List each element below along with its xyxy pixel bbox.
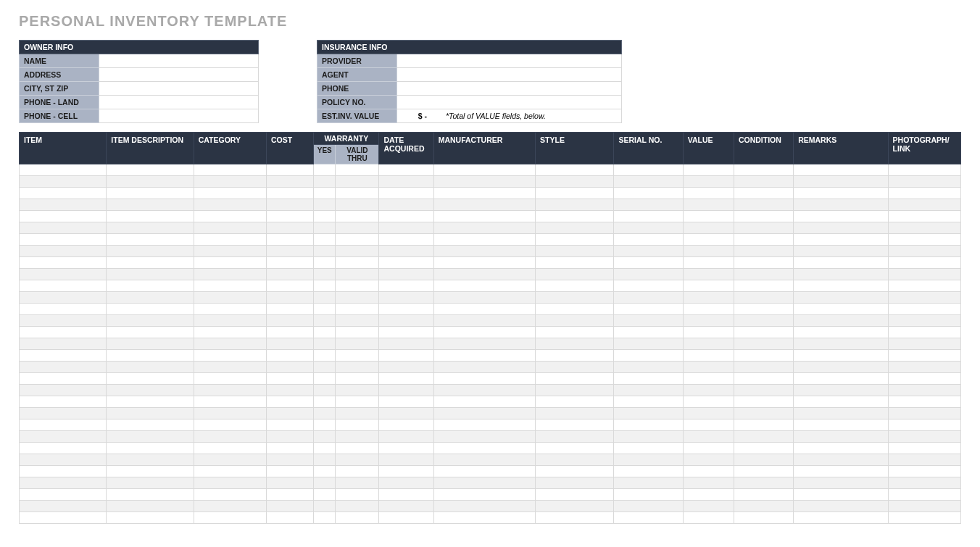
table-cell[interactable] bbox=[536, 501, 614, 512]
table-cell[interactable] bbox=[314, 512, 336, 524]
table-cell[interactable] bbox=[267, 164, 314, 176]
table-cell[interactable] bbox=[536, 176, 614, 188]
table-cell[interactable] bbox=[194, 269, 266, 280]
table-cell[interactable] bbox=[267, 188, 314, 199]
owner-info-value[interactable] bbox=[99, 68, 259, 82]
table-cell[interactable] bbox=[379, 164, 433, 176]
table-cell[interactable] bbox=[734, 408, 793, 419]
table-cell[interactable] bbox=[683, 396, 734, 408]
table-cell[interactable] bbox=[536, 443, 614, 454]
table-cell[interactable] bbox=[433, 327, 535, 338]
table-cell[interactable] bbox=[379, 419, 433, 431]
table-cell[interactable] bbox=[433, 176, 535, 188]
table-cell[interactable] bbox=[379, 246, 433, 257]
table-cell[interactable] bbox=[20, 362, 107, 373]
table-cell[interactable] bbox=[267, 234, 314, 246]
table-cell[interactable] bbox=[194, 234, 266, 246]
table-cell[interactable] bbox=[314, 489, 336, 501]
table-cell[interactable] bbox=[536, 315, 614, 327]
table-cell[interactable] bbox=[536, 188, 614, 199]
table-cell[interactable] bbox=[536, 408, 614, 419]
table-cell[interactable] bbox=[888, 257, 960, 269]
table-cell[interactable] bbox=[379, 234, 433, 246]
table-cell[interactable] bbox=[433, 362, 535, 373]
table-cell[interactable] bbox=[683, 419, 734, 431]
table-cell[interactable] bbox=[794, 222, 888, 234]
table-cell[interactable] bbox=[734, 176, 793, 188]
table-cell[interactable] bbox=[379, 188, 433, 199]
table-cell[interactable] bbox=[20, 350, 107, 362]
table-cell[interactable] bbox=[536, 292, 614, 304]
table-cell[interactable] bbox=[536, 269, 614, 280]
table-cell[interactable] bbox=[734, 292, 793, 304]
table-cell[interactable] bbox=[194, 408, 266, 419]
table-cell[interactable] bbox=[614, 327, 683, 338]
table-cell[interactable] bbox=[614, 257, 683, 269]
table-cell[interactable] bbox=[107, 176, 194, 188]
table-cell[interactable] bbox=[683, 176, 734, 188]
table-cell[interactable] bbox=[433, 408, 535, 419]
table-cell[interactable] bbox=[734, 373, 793, 385]
table-cell[interactable] bbox=[107, 477, 194, 489]
table-cell[interactable] bbox=[734, 443, 793, 454]
table-cell[interactable] bbox=[20, 396, 107, 408]
table-cell[interactable] bbox=[433, 280, 535, 292]
table-cell[interactable] bbox=[20, 373, 107, 385]
table-cell[interactable] bbox=[314, 396, 336, 408]
table-cell[interactable] bbox=[336, 327, 379, 338]
table-cell[interactable] bbox=[107, 246, 194, 257]
table-cell[interactable] bbox=[794, 385, 888, 396]
table-cell[interactable] bbox=[314, 373, 336, 385]
table-cell[interactable] bbox=[614, 164, 683, 176]
table-cell[interactable] bbox=[888, 176, 960, 188]
table-cell[interactable] bbox=[683, 501, 734, 512]
table-cell[interactable] bbox=[20, 454, 107, 466]
table-cell[interactable] bbox=[433, 489, 535, 501]
table-cell[interactable] bbox=[336, 164, 379, 176]
table-cell[interactable] bbox=[194, 419, 266, 431]
table-cell[interactable] bbox=[267, 222, 314, 234]
table-cell[interactable] bbox=[379, 280, 433, 292]
table-cell[interactable] bbox=[683, 222, 734, 234]
table-cell[interactable] bbox=[683, 373, 734, 385]
table-cell[interactable] bbox=[794, 373, 888, 385]
table-cell[interactable] bbox=[267, 396, 314, 408]
table-cell[interactable] bbox=[683, 512, 734, 524]
table-cell[interactable] bbox=[794, 246, 888, 257]
table-cell[interactable] bbox=[683, 350, 734, 362]
table-cell[interactable] bbox=[267, 199, 314, 211]
table-cell[interactable] bbox=[888, 338, 960, 350]
table-cell[interactable] bbox=[107, 443, 194, 454]
table-cell[interactable] bbox=[734, 350, 793, 362]
table-cell[interactable] bbox=[614, 373, 683, 385]
table-cell[interactable] bbox=[888, 477, 960, 489]
table-cell[interactable] bbox=[614, 477, 683, 489]
table-cell[interactable] bbox=[194, 280, 266, 292]
table-cell[interactable] bbox=[314, 176, 336, 188]
table-cell[interactable] bbox=[536, 246, 614, 257]
table-cell[interactable] bbox=[107, 315, 194, 327]
table-cell[interactable] bbox=[734, 477, 793, 489]
table-cell[interactable] bbox=[433, 443, 535, 454]
table-cell[interactable] bbox=[379, 338, 433, 350]
table-cell[interactable] bbox=[379, 477, 433, 489]
table-cell[interactable] bbox=[734, 327, 793, 338]
table-cell[interactable] bbox=[683, 246, 734, 257]
table-cell[interactable] bbox=[794, 396, 888, 408]
table-cell[interactable] bbox=[194, 327, 266, 338]
table-cell[interactable] bbox=[194, 257, 266, 269]
table-cell[interactable] bbox=[379, 454, 433, 466]
table-cell[interactable] bbox=[536, 222, 614, 234]
table-cell[interactable] bbox=[314, 385, 336, 396]
table-cell[interactable] bbox=[888, 385, 960, 396]
table-cell[interactable] bbox=[794, 419, 888, 431]
table-cell[interactable] bbox=[683, 234, 734, 246]
table-cell[interactable] bbox=[20, 466, 107, 477]
table-cell[interactable] bbox=[20, 188, 107, 199]
table-cell[interactable] bbox=[614, 304, 683, 315]
table-cell[interactable] bbox=[683, 257, 734, 269]
table-cell[interactable] bbox=[433, 396, 535, 408]
table-cell[interactable] bbox=[336, 257, 379, 269]
table-cell[interactable] bbox=[614, 315, 683, 327]
table-cell[interactable] bbox=[794, 234, 888, 246]
